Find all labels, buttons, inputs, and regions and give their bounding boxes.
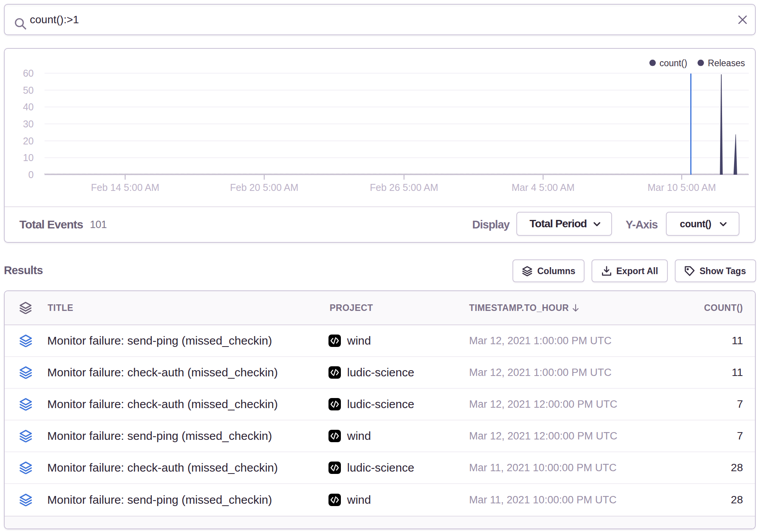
svg-text:60: 60 xyxy=(23,68,34,79)
svg-text:Feb 14 5:00 AM: Feb 14 5:00 AM xyxy=(91,182,160,193)
svg-text:Releases: Releases xyxy=(708,58,745,68)
svg-text:count(): count() xyxy=(660,58,688,68)
svg-text:20: 20 xyxy=(23,136,34,146)
svg-text:50: 50 xyxy=(23,85,34,96)
svg-text:Feb 26 5:00 AM: Feb 26 5:00 AM xyxy=(370,182,438,193)
svg-text:30: 30 xyxy=(23,118,34,129)
svg-text:0: 0 xyxy=(28,169,34,180)
svg-text:10: 10 xyxy=(23,152,34,163)
svg-text:Mar 4 5:00 AM: Mar 4 5:00 AM xyxy=(512,182,575,193)
svg-text:40: 40 xyxy=(23,101,34,112)
svg-text:Mar 10 5:00 AM: Mar 10 5:00 AM xyxy=(648,182,716,193)
svg-text:Feb 20 5:00 AM: Feb 20 5:00 AM xyxy=(230,182,299,193)
